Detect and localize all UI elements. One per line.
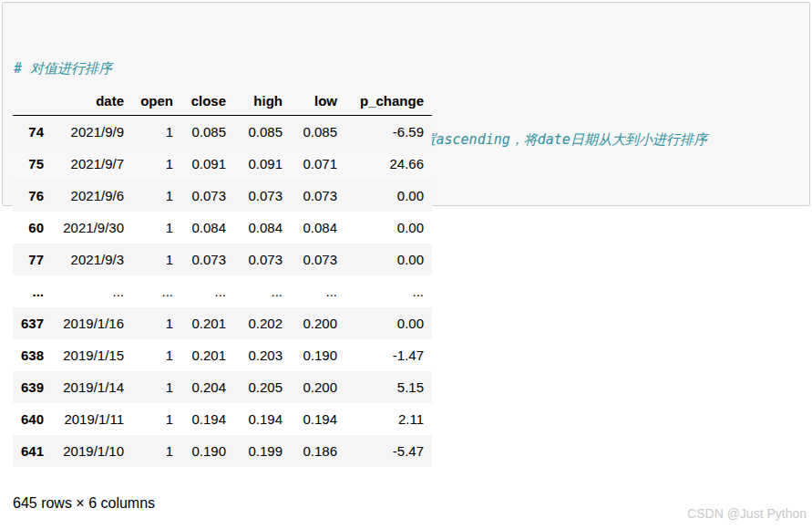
data-cell: 1 <box>132 339 181 371</box>
notebook-page: # 对值进行排序 data.sort_values(by='date', asc… <box>0 0 812 529</box>
data-cell: 0.194 <box>234 403 291 435</box>
data-cell: -1.47 <box>345 339 432 371</box>
data-cell: 2021/9/3 <box>52 244 132 275</box>
row-index: 637 <box>13 307 52 339</box>
data-cell: 1 <box>132 244 181 275</box>
row-index: 74 <box>13 116 52 149</box>
data-cell: ... <box>52 275 132 307</box>
data-cell: 1 <box>132 403 181 435</box>
code-line-1: # 对值进行排序 <box>14 57 798 80</box>
row-index: 641 <box>13 435 52 467</box>
data-cell: ... <box>345 275 432 307</box>
data-cell: 0.00 <box>345 180 432 212</box>
data-cell: ... <box>291 275 345 307</box>
data-cell: 0.194 <box>291 403 345 435</box>
data-cell: 0.084 <box>291 212 345 244</box>
data-cell: 0.204 <box>181 371 234 403</box>
index-header <box>13 87 52 116</box>
data-cell: 0.202 <box>234 307 291 339</box>
data-cell: 2019/1/15 <box>52 339 132 371</box>
data-cell: 1 <box>132 116 181 149</box>
row-index: 640 <box>13 403 52 435</box>
data-cell: ... <box>234 275 291 307</box>
data-cell: 0.201 <box>181 307 234 339</box>
table-header: date open close high low p_change <box>13 87 432 116</box>
data-cell: 0.091 <box>181 148 234 180</box>
data-cell: 24.66 <box>345 148 432 180</box>
data-cell: 1 <box>132 307 181 339</box>
data-cell: 1 <box>132 212 181 244</box>
table-row: 742021/9/910.0850.0850.085-6.59 <box>13 116 432 149</box>
column-header-open: open <box>132 87 181 116</box>
row-index: 76 <box>13 180 52 212</box>
table-row: 6412019/1/1010.1900.1990.186-5.47 <box>13 435 432 467</box>
data-cell: 2021/9/6 <box>52 180 132 212</box>
data-cell: 0.085 <box>181 116 234 149</box>
data-cell: 0.205 <box>234 371 291 403</box>
table-row: 752021/9/710.0910.0910.07124.66 <box>13 148 432 180</box>
data-cell: 0.073 <box>234 244 291 275</box>
data-cell: 0.091 <box>234 148 291 180</box>
data-cell: 0.073 <box>291 244 345 275</box>
data-cell: 0.190 <box>291 339 345 371</box>
data-cell: ... <box>132 275 181 307</box>
data-cell: 1 <box>132 435 181 467</box>
data-cell: 0.203 <box>234 339 291 371</box>
data-cell: 2019/1/14 <box>52 371 132 403</box>
data-cell: 0.186 <box>291 435 345 467</box>
data-cell: 2.11 <box>345 403 432 435</box>
data-cell: -6.59 <box>345 116 432 149</box>
table-row: 6392019/1/1410.2040.2050.2005.15 <box>13 371 432 403</box>
column-header-low: low <box>291 87 345 116</box>
data-cell: 0.190 <box>181 435 234 467</box>
row-index: 75 <box>13 148 52 180</box>
watermark: CSDN @Just Python <box>687 506 807 521</box>
code-trailing-comment: # 设置ascending，将date日期从大到小进行排序 <box>392 131 706 148</box>
data-cell: 2021/9/9 <box>52 116 132 149</box>
data-cell: 0.201 <box>181 339 234 371</box>
table-row: 602021/9/3010.0840.0840.0840.00 <box>13 212 432 244</box>
data-cell: 0.085 <box>291 116 345 149</box>
row-count-summary: 645 rows × 6 columns <box>13 495 155 512</box>
data-cell: 0.084 <box>234 212 291 244</box>
column-header-date: date <box>52 87 132 116</box>
data-cell: 1 <box>132 180 181 212</box>
code-comment: # 对值进行排序 <box>14 60 112 77</box>
row-index: 639 <box>13 371 52 403</box>
table-row: 772021/9/310.0730.0730.0730.00 <box>13 244 432 275</box>
row-index: 638 <box>13 339 52 371</box>
data-cell: 1 <box>132 148 181 180</box>
header-row: date open close high low p_change <box>13 87 432 116</box>
row-index: 60 <box>13 212 52 244</box>
table-row: 6382019/1/1510.2010.2030.190-1.47 <box>13 339 432 371</box>
data-cell: 0.073 <box>181 180 234 212</box>
table-body: 742021/9/910.0850.0850.085-6.59752021/9/… <box>13 116 432 468</box>
data-cell: ... <box>181 275 234 307</box>
data-cell: 0.194 <box>181 403 234 435</box>
data-cell: 0.200 <box>291 371 345 403</box>
row-index: ... <box>13 275 52 307</box>
data-cell: 0.073 <box>181 244 234 275</box>
data-cell: 0.199 <box>234 435 291 467</box>
data-cell: 0.00 <box>345 212 432 244</box>
data-cell: 2021/9/30 <box>52 212 132 244</box>
table-row: 6372019/1/1610.2010.2020.2000.00 <box>13 307 432 339</box>
dataframe-output: date open close high low p_change 742021… <box>13 87 432 467</box>
data-cell: -5.47 <box>345 435 432 467</box>
data-cell: 0.00 <box>345 244 432 275</box>
table-row: ..................... <box>13 275 432 307</box>
data-cell: 0.200 <box>291 307 345 339</box>
data-cell: 2021/9/7 <box>52 148 132 180</box>
data-cell: 0.084 <box>181 212 234 244</box>
dataframe-table: date open close high low p_change 742021… <box>13 87 432 467</box>
data-cell: 0.073 <box>291 180 345 212</box>
data-cell: 1 <box>132 371 181 403</box>
column-header-high: high <box>234 87 291 116</box>
data-cell: 0.073 <box>234 180 291 212</box>
data-cell: 2019/1/10 <box>52 435 132 467</box>
column-header-p-change: p_change <box>345 87 432 116</box>
row-index: 77 <box>13 244 52 275</box>
table-row: 6402019/1/1110.1940.1940.1942.11 <box>13 403 432 435</box>
data-cell: 2019/1/11 <box>52 403 132 435</box>
data-cell: 0.085 <box>234 116 291 149</box>
